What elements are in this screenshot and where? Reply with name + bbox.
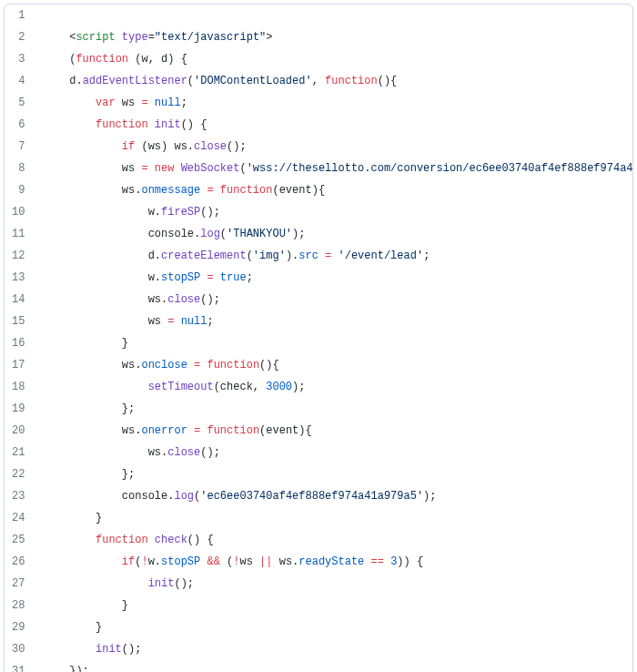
code-content: (function (w, d) { bbox=[34, 48, 633, 70]
token-fn: init bbox=[148, 577, 175, 590]
code-line: 25 function check() { bbox=[5, 529, 633, 551]
token-id bbox=[253, 555, 259, 568]
token-punc: (); bbox=[227, 140, 247, 153]
token-id: ws bbox=[239, 555, 252, 568]
token-punc: (){ bbox=[259, 359, 279, 372]
code-line: 14 ws.close(); bbox=[5, 289, 633, 311]
code-content: setTimeout(check, 3000); bbox=[34, 376, 633, 398]
line-number: 2 bbox=[5, 26, 34, 48]
token-id bbox=[148, 118, 155, 131]
token-op: || bbox=[259, 555, 272, 568]
line-number: 13 bbox=[5, 267, 34, 289]
line-number: 18 bbox=[5, 376, 34, 398]
token-kw: var bbox=[96, 97, 116, 109]
code-content: console.log('THANKYOU'); bbox=[34, 223, 633, 245]
token-str: "text/javascript" bbox=[155, 31, 266, 44]
token-punc: . bbox=[155, 555, 161, 568]
token-id: console bbox=[122, 490, 167, 503]
line-number: 16 bbox=[5, 332, 34, 354]
token-punc: ( bbox=[220, 555, 233, 568]
line-number: 20 bbox=[5, 420, 34, 442]
token-id bbox=[148, 97, 155, 109]
line-number: 24 bbox=[5, 507, 34, 529]
code-content: }); bbox=[34, 660, 633, 672]
line-number: 30 bbox=[5, 638, 34, 660]
code-content: } bbox=[34, 616, 633, 638]
token-fn: init bbox=[96, 643, 122, 656]
token-id bbox=[331, 249, 338, 262]
token-id bbox=[318, 249, 325, 262]
code-line: 23 console.log('ec6ee03740af4ef888ef974a… bbox=[5, 485, 633, 507]
code-content: <script type="text/javascript"> bbox=[34, 26, 633, 48]
code-line: 28 } bbox=[5, 595, 633, 616]
token-str: 'wss://thesellotto.com/conversion/ec6ee0… bbox=[247, 162, 633, 175]
token-id: ws bbox=[122, 359, 135, 372]
token-id bbox=[174, 162, 180, 175]
token-punc: } bbox=[122, 337, 128, 350]
token-punc: ; bbox=[181, 97, 187, 109]
token-attr: type bbox=[122, 31, 148, 44]
line-number: 6 bbox=[5, 114, 34, 136]
code-block: 12 <script type="text/javascript">3 (fun… bbox=[4, 4, 633, 672]
code-line: 5 var ws = null; bbox=[5, 92, 633, 114]
token-id: ws bbox=[174, 140, 187, 153]
token-punc: (); bbox=[200, 206, 220, 219]
token-fn: close bbox=[167, 293, 200, 306]
token-prop: stopSP bbox=[161, 271, 200, 284]
token-punc: ). bbox=[286, 249, 298, 262]
token-op: = bbox=[141, 162, 147, 175]
code-line: 24 } bbox=[5, 507, 633, 529]
code-content: }; bbox=[34, 398, 633, 420]
token-fn: WebSocket bbox=[181, 162, 240, 175]
token-lit: null bbox=[181, 315, 207, 328]
token-id bbox=[116, 31, 122, 44]
token-id: check bbox=[220, 381, 253, 393]
token-punc: ( bbox=[239, 162, 246, 175]
token-str: 'ec6ee03740af4ef888ef974a41a979a5' bbox=[200, 490, 423, 503]
token-id: ws bbox=[148, 315, 161, 328]
token-prop: onmessage bbox=[141, 184, 200, 197]
code-line: 7 if (ws) ws.close(); bbox=[5, 136, 633, 158]
token-punc: (); bbox=[200, 446, 220, 459]
token-kw: if bbox=[122, 140, 135, 153]
token-id bbox=[187, 359, 194, 372]
token-fn: init bbox=[155, 118, 181, 131]
code-content: if(!w.stopSP && (!ws || ws.readyState ==… bbox=[34, 551, 633, 573]
token-id: ws bbox=[122, 184, 135, 197]
token-str: 'DOMContentLoaded' bbox=[194, 75, 312, 87]
code-line: 9 ws.onmessage = function(event){ bbox=[5, 179, 633, 201]
token-id: d bbox=[148, 249, 155, 262]
token-punc: ; bbox=[423, 249, 430, 262]
code-line: 11 console.log('THANKYOU'); bbox=[5, 223, 633, 245]
token-punc: ){ bbox=[312, 184, 325, 197]
token-fn: log bbox=[174, 490, 194, 503]
token-punc: () { bbox=[187, 534, 214, 546]
token-prop: onclose bbox=[141, 359, 187, 372]
token-fn: close bbox=[194, 140, 227, 153]
token-id bbox=[148, 162, 155, 175]
token-id bbox=[273, 555, 279, 568]
code-line: 21 ws.close(); bbox=[5, 442, 633, 463]
token-punc: . bbox=[155, 249, 161, 262]
token-fn: close bbox=[167, 446, 200, 459]
code-line: 26 if(!w.stopSP && (!ws || ws.readyState… bbox=[5, 551, 633, 573]
code-content: if (ws) ws.close(); bbox=[34, 136, 633, 158]
token-punc: () { bbox=[181, 118, 207, 131]
code-content: var ws = null; bbox=[34, 92, 633, 114]
token-id bbox=[214, 271, 220, 284]
token-punc: (); bbox=[200, 293, 220, 306]
token-id: event bbox=[266, 424, 298, 437]
line-number: 21 bbox=[5, 442, 34, 463]
token-lit: null bbox=[155, 97, 181, 109]
code-content: w.fireSP(); bbox=[34, 201, 633, 223]
code-line: 19 }; bbox=[5, 398, 633, 420]
line-number: 9 bbox=[5, 179, 34, 201]
code-content bbox=[34, 5, 633, 26]
line-number: 28 bbox=[5, 595, 34, 616]
token-id: w bbox=[141, 53, 147, 66]
token-punc: = bbox=[148, 31, 155, 44]
token-tag: script bbox=[76, 31, 115, 44]
code-line: 22 }; bbox=[5, 463, 633, 485]
token-prop: stopSP bbox=[161, 555, 200, 568]
token-punc: ); bbox=[292, 228, 305, 240]
